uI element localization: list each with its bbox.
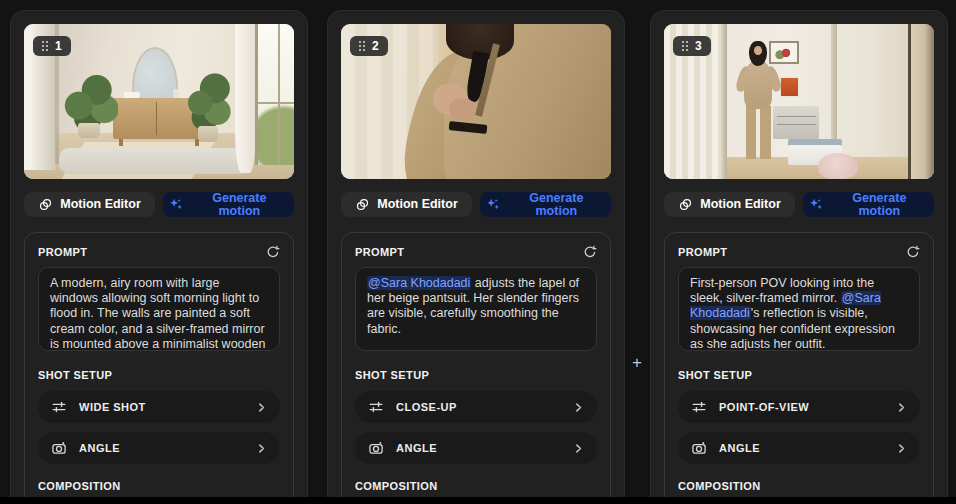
prompt-textarea[interactable]: First-person POV looking into the sleek,… <box>678 267 920 351</box>
art-figure-face <box>754 46 763 55</box>
sparkles-icon <box>809 197 824 212</box>
shot-number: 3 <box>695 40 702 52</box>
art-pot-right <box>198 126 218 142</box>
art-pink-throw <box>818 153 859 179</box>
chevron-right-icon <box>256 443 267 454</box>
shot-setup-section-label: SHOT SETUP <box>355 368 597 382</box>
art-window <box>255 24 294 165</box>
angle-label: ANGLE <box>79 442 244 454</box>
angle-button[interactable]: ANGLE <box>355 432 597 464</box>
shot-type-button[interactable]: CLOSE-UP <box>355 391 597 423</box>
shot-type-label: POINT-OF-VIEW <box>719 401 884 413</box>
refresh-icon <box>906 245 920 259</box>
art-figure-body <box>744 61 772 109</box>
shot-type-label: WIDE SHOT <box>79 401 244 413</box>
art-mirror-frame <box>721 24 727 179</box>
art-figure-legs <box>746 106 770 159</box>
angle-label: ANGLE <box>719 442 884 454</box>
art-pot-left <box>78 123 100 138</box>
art-plant-right <box>183 71 232 130</box>
sparkles-icon <box>169 197 184 212</box>
camera-icon <box>51 440 67 456</box>
art-wall-picture <box>769 41 799 64</box>
sliders-icon <box>691 399 707 415</box>
motion-editor-label: Motion Editor <box>377 198 458 211</box>
angle-button[interactable]: ANGLE <box>38 432 280 464</box>
shot-card-1: 1 Motion Editor Generate motion PROMPT <box>10 10 308 504</box>
shot-card-3: 3 Motion Editor Generate motion PROMPT <box>650 10 948 504</box>
shot-type-button[interactable]: WIDE SHOT <box>38 391 280 423</box>
chevron-right-icon <box>573 443 584 454</box>
motion-editor-icon <box>355 197 370 212</box>
art-vase <box>173 89 180 98</box>
motion-editor-label: Motion Editor <box>60 198 141 211</box>
shot-thumbnail[interactable]: 3 <box>664 24 934 179</box>
motion-editor-icon <box>678 197 693 212</box>
regenerate-prompt-button[interactable] <box>266 245 280 259</box>
motion-editor-button[interactable]: Motion Editor <box>341 192 472 217</box>
prompt-textarea[interactable]: @Sara Khodadadi adjusts the lapel of her… <box>355 267 597 351</box>
prompt-section-label: PROMPT <box>38 245 87 259</box>
motion-editor-button[interactable]: Motion Editor <box>664 192 795 217</box>
regenerate-prompt-button[interactable] <box>583 245 597 259</box>
card-actions: Motion Editor Generate motion <box>24 192 294 217</box>
motion-editor-button[interactable]: Motion Editor <box>24 192 155 217</box>
regenerate-prompt-button[interactable] <box>906 245 920 259</box>
shot-order-badge[interactable]: 1 <box>33 36 71 56</box>
motion-editor-label: Motion Editor <box>700 198 781 211</box>
art-wall-picture-orange <box>780 77 799 97</box>
chevron-right-icon <box>573 402 584 413</box>
bottom-edge-bar <box>0 497 956 504</box>
composition-section-label: COMPOSITION <box>38 479 280 493</box>
storyboard-board: 1 Motion Editor Generate motion PROMPT <box>0 0 956 497</box>
shot-settings-panel: PROMPT A modern, airy room with large wi… <box>24 232 294 504</box>
character-mention[interactable]: @Sara Khodadadi <box>367 276 471 290</box>
shot-thumbnail[interactable]: 2 <box>341 24 611 179</box>
generate-motion-label: Generate motion <box>508 192 605 217</box>
composition-section-label: COMPOSITION <box>355 479 597 493</box>
prompt-section-label: PROMPT <box>355 245 404 259</box>
generate-motion-button[interactable]: Generate motion <box>480 192 611 217</box>
prompt-text: A modern, airy room with large windows a… <box>50 276 265 351</box>
drag-handle-icon[interactable] <box>359 41 365 51</box>
refresh-icon <box>583 245 597 259</box>
prompt-section-label: PROMPT <box>678 245 727 259</box>
art-towels <box>124 92 140 97</box>
shot-order-badge[interactable]: 2 <box>350 36 388 56</box>
shot-settings-panel: PROMPT @Sara Khodadadi adjusts the lapel… <box>341 232 611 504</box>
chevron-right-icon <box>896 443 907 454</box>
art-right-curtain <box>235 24 257 173</box>
drag-handle-icon[interactable] <box>682 41 688 51</box>
shot-settings-panel: PROMPT First-person POV looking into the… <box>664 232 934 504</box>
shot-number: 2 <box>372 40 379 52</box>
add-shot-button[interactable]: + <box>627 353 647 373</box>
shot-setup-section-label: SHOT SETUP <box>38 368 280 382</box>
shot-type-label: CLOSE-UP <box>396 401 561 413</box>
storyboard-app: 1 Motion Editor Generate motion PROMPT <box>0 0 956 504</box>
art-door <box>911 24 934 179</box>
shot-order-badge[interactable]: 3 <box>673 36 711 56</box>
camera-icon <box>368 440 384 456</box>
camera-icon <box>691 440 707 456</box>
art-rug <box>59 148 251 174</box>
drag-handle-icon[interactable] <box>42 41 48 51</box>
shot-type-button[interactable]: POINT-OF-VIEW <box>678 391 920 423</box>
refresh-icon <box>266 245 280 259</box>
generate-motion-label: Generate motion <box>831 192 928 217</box>
card-actions: Motion Editor Generate motion <box>664 192 934 217</box>
shot-card-2: 2 Motion Editor Generate motion PROMPT <box>327 10 625 504</box>
art-hand <box>449 98 476 120</box>
angle-button[interactable]: ANGLE <box>678 432 920 464</box>
generate-motion-button[interactable]: Generate motion <box>803 192 934 217</box>
composition-section-label: COMPOSITION <box>678 479 920 493</box>
shot-number: 1 <box>55 40 62 52</box>
shot-thumbnail[interactable]: 1 <box>24 24 294 179</box>
sliders-icon <box>368 399 384 415</box>
sparkles-icon <box>486 197 501 212</box>
chevron-right-icon <box>256 402 267 413</box>
prompt-textarea[interactable]: A modern, airy room with large windows a… <box>38 267 280 351</box>
generate-motion-button[interactable]: Generate motion <box>163 192 294 217</box>
card-actions: Motion Editor Generate motion <box>341 192 611 217</box>
shot-setup-section-label: SHOT SETUP <box>678 368 920 382</box>
plus-icon: + <box>632 353 642 372</box>
